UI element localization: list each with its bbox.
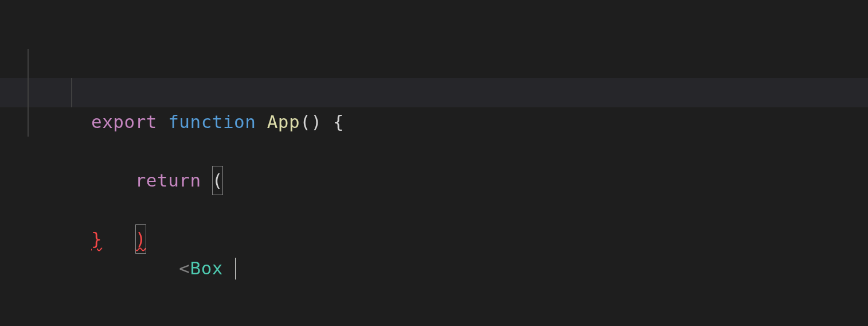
token-space [256, 111, 267, 132]
token-keyword-export: export [91, 111, 157, 132]
code-line[interactable]: return ( [0, 49, 868, 78]
token-space [201, 170, 212, 191]
indent-guide [28, 49, 29, 78]
token-keyword-function: function [168, 111, 256, 132]
token-space [157, 111, 168, 132]
token-brace-open: { [333, 111, 344, 132]
token-space [322, 111, 333, 132]
token-brace-close-error: } [91, 228, 102, 249]
code-line[interactable]: export function App() { [0, 20, 868, 49]
token-paren-open-matched: ( [212, 166, 223, 195]
token-parens: () [300, 111, 322, 132]
token-keyword-return: return [135, 170, 201, 191]
token-indent [91, 170, 135, 191]
token-function-name: App [267, 111, 300, 132]
code-editor[interactable]: export function App() { return ( <Box ) … [0, 0, 868, 326]
